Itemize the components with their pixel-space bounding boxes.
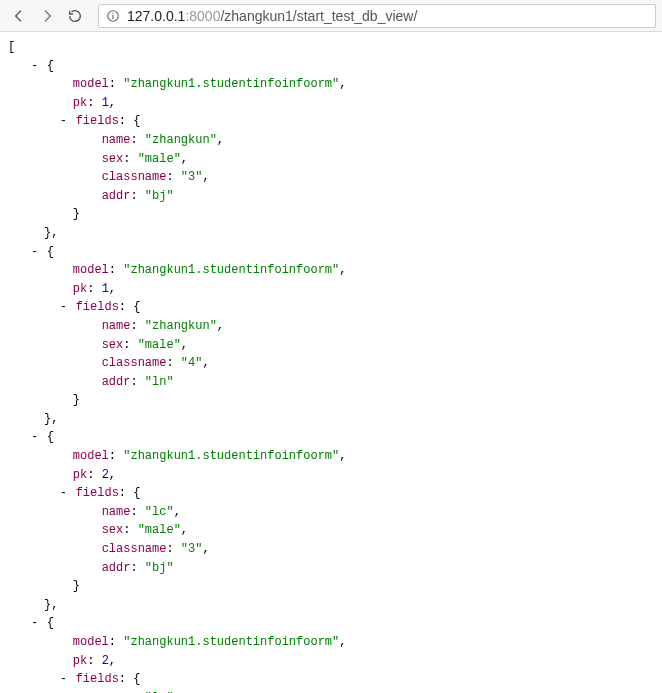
- collapse-toggle-icon[interactable]: -: [58, 298, 68, 317]
- arrow-left-icon: [11, 8, 27, 24]
- site-info-icon[interactable]: [105, 8, 121, 24]
- json-object-open: - {: [8, 57, 654, 76]
- collapse-toggle-icon[interactable]: -: [30, 243, 40, 262]
- svg-point-2: [112, 12, 113, 13]
- json-kv-addr: addr: "bj": [8, 187, 654, 206]
- json-kv-classname: classname: "3",: [8, 168, 654, 187]
- collapse-toggle-icon[interactable]: -: [58, 112, 68, 131]
- json-fields-close: }: [8, 391, 654, 410]
- json-kv-model: model: "zhangkun1.studentinfoinfoorm",: [8, 447, 654, 466]
- arrow-right-icon: [39, 8, 55, 24]
- json-fields-open: - fields: {: [8, 298, 654, 317]
- collapse-toggle-icon[interactable]: -: [30, 614, 40, 633]
- json-object-close: },: [8, 224, 654, 243]
- json-kv-pk: pk: 1,: [8, 94, 654, 113]
- collapse-toggle-icon[interactable]: -: [30, 428, 40, 447]
- json-fields-close: }: [8, 577, 654, 596]
- json-kv-model: model: "zhangkun1.studentinfoinfoorm",: [8, 261, 654, 280]
- json-viewer: [ - { model: "zhangkun1.studentinfoinfoo…: [0, 32, 662, 693]
- json-fields-close: }: [8, 205, 654, 224]
- back-button[interactable]: [6, 3, 32, 29]
- json-fields-open: - fields: {: [8, 670, 654, 689]
- collapse-toggle-icon[interactable]: -: [58, 670, 68, 689]
- json-object-open: - {: [8, 243, 654, 262]
- json-kv-classname: classname: "4",: [8, 354, 654, 373]
- json-kv-name: name: "lc",: [8, 503, 654, 522]
- browser-toolbar: 127.0.0.1:8000/zhangkun1/start_test_db_v…: [0, 0, 662, 32]
- json-kv-name: name: "zhangkun",: [8, 317, 654, 336]
- json-kv-classname: classname: "3",: [8, 540, 654, 559]
- json-kv-pk: pk: 2,: [8, 652, 654, 671]
- json-fields-open: - fields: {: [8, 112, 654, 131]
- json-object-close: },: [8, 596, 654, 615]
- json-kv-addr: addr: "ln": [8, 373, 654, 392]
- json-kv-sex: sex: "male",: [8, 150, 654, 169]
- json-kv-addr: addr: "bj": [8, 559, 654, 578]
- url-host: 127.0.0.1: [127, 8, 185, 24]
- url-path: /zhangkun1/start_test_db_view/: [220, 8, 417, 24]
- json-kv-name: name: "zhangkun",: [8, 131, 654, 150]
- json-kv-pk: pk: 1,: [8, 280, 654, 299]
- forward-button[interactable]: [34, 3, 60, 29]
- reload-button[interactable]: [62, 3, 88, 29]
- collapse-toggle-icon[interactable]: -: [58, 484, 68, 503]
- json-kv-model: model: "zhangkun1.studentinfoinfoorm",: [8, 75, 654, 94]
- json-kv-sex: sex: "male",: [8, 336, 654, 355]
- url-port: :8000: [185, 8, 220, 24]
- collapse-toggle-icon[interactable]: -: [30, 57, 40, 76]
- json-kv-sex: sex: "male",: [8, 521, 654, 540]
- json-array-open: [: [8, 38, 654, 57]
- json-kv-pk: pk: 2,: [8, 466, 654, 485]
- json-kv-model: model: "zhangkun1.studentinfoinfoorm",: [8, 633, 654, 652]
- json-object-open: - {: [8, 428, 654, 447]
- json-object-close: },: [8, 410, 654, 429]
- json-fields-open: - fields: {: [8, 484, 654, 503]
- reload-icon: [67, 8, 83, 24]
- address-bar[interactable]: 127.0.0.1:8000/zhangkun1/start_test_db_v…: [98, 4, 656, 28]
- json-kv-name: name: "lc",: [8, 689, 654, 693]
- json-object-open: - {: [8, 614, 654, 633]
